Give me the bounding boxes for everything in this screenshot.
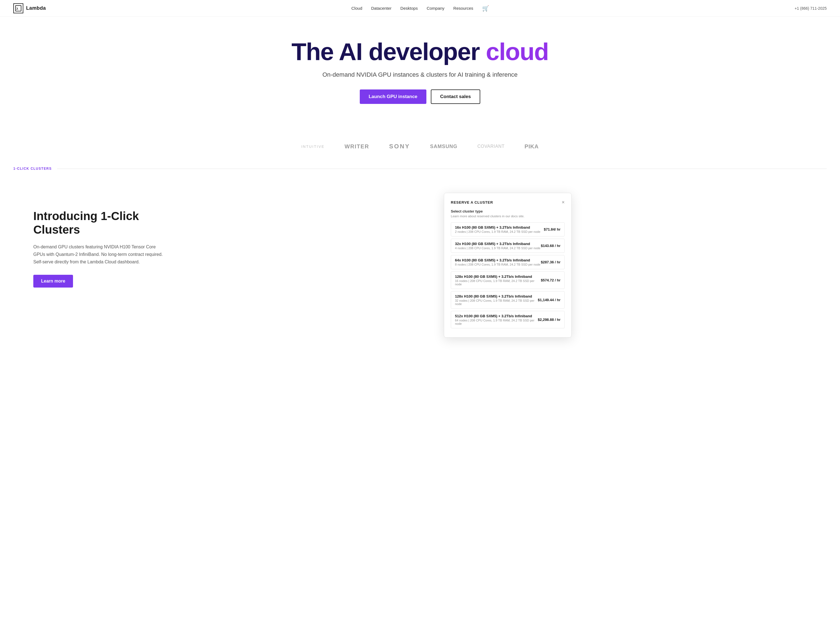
modal-title: RESERVE A CLUSTER [451,200,493,205]
cluster-specs-5: 64 nodes | 208 CPU Cores, 1.9 TB RAM, 24… [455,319,538,325]
hero-subtitle: On-demand NVIDIA GPU instances & cluster… [322,71,517,78]
hero-buttons: Launch GPU instance Contact sales [360,89,480,104]
nav-company[interactable]: Company [427,6,444,11]
clusters-content: Introducing 1-Click Clusters On-demand G… [33,193,166,287]
cluster-price-5: $2,298.88 / hr [538,318,561,322]
logo-sony: SONY [389,143,410,150]
hero-title-dark: The AI developer [292,38,480,65]
cluster-price-0: $71.84/ hr [544,227,561,231]
cluster-name-3: 128x H100 (80 GB SXM5) + 3.2Tb/s Infinib… [455,275,541,279]
launch-gpu-button[interactable]: Launch GPU instance [360,89,426,104]
section-divider: 1-CLICK CLUSTERS [0,167,840,170]
cluster-specs-0: 2 nodes | 208 CPU Cores, 1.9 TB RAM, 24.… [455,230,540,234]
cluster-price-2: $287.36 / hr [541,260,561,264]
cluster-row-4[interactable]: 128x H100 (80 GB SXM5) + 3.2Tb/s Infinib… [451,291,565,309]
cart-icon[interactable]: 🛒 [482,5,489,11]
cluster-row-2[interactable]: 64x H100 (80 GB SXM5) + 3.2Tb/s Infiniba… [451,255,565,269]
nav-links: Cloud Datacenter Desktops Company Resour… [352,5,489,12]
section-tag: 1-CLICK CLUSTERS [13,167,57,170]
cluster-specs-2: 8 nodes | 208 CPU Cores, 1.9 TB RAM, 24.… [455,263,540,266]
nav-desktops[interactable]: Desktops [400,6,418,11]
navbar: λ Lambda Cloud Datacenter Desktops Compa… [0,0,840,17]
modal-hint: Learn more about reserved clusters in ou… [451,215,565,218]
nav-cloud[interactable]: Cloud [352,6,362,11]
phone-number: +1 (866) 711-2025 [794,6,827,11]
cluster-price-1: $143.68 / hr [541,244,561,248]
learn-more-button[interactable]: Learn more [33,275,73,288]
cluster-specs-3: 16 nodes | 208 CPU Cores, 1.9 TB RAM, 24… [455,279,541,286]
hero-section: The AI developer cloud On-demand NVIDIA … [0,17,840,137]
section-line [57,168,827,169]
hero-title: The AI developer cloud [292,39,548,64]
cluster-price-3: $574.72 / hr [541,278,561,282]
logo-icon: λ [13,3,23,13]
modal-header: RESERVE A CLUSTER × [451,200,565,205]
cluster-row-5[interactable]: 512x H100 (80 GB SXM5) + 3.2Tb/s Infinib… [451,311,565,328]
cluster-name-1: 32x H100 (80 GB SXM5) + 3.2Tb/s Infiniba… [455,242,540,246]
reserve-cluster-modal: RESERVE A CLUSTER × Select cluster type … [444,193,572,337]
logo-intuitive: INTUITIVE [301,145,325,149]
clusters-title: Introducing 1-Click Clusters [33,210,166,237]
cluster-name-4: 128x H100 (80 GB SXM5) + 3.2Tb/s Infinib… [455,294,538,298]
clusters-visual: RESERVE A CLUSTER × Select cluster type … [189,193,827,337]
cluster-specs-4: 32 nodes | 208 CPU Cores, 1.9 TB RAM, 24… [455,299,538,305]
hero-title-purple: cloud [486,38,548,65]
logo-pika: Pika [525,143,539,150]
contact-sales-button[interactable]: Contact sales [431,89,480,104]
cluster-price-4: $1,149.44 / hr [538,298,561,302]
modal-close-button[interactable]: × [561,200,565,205]
cluster-name-5: 512x H100 (80 GB SXM5) + 3.2Tb/s Infinib… [455,314,538,318]
nav-resources[interactable]: Resources [453,6,473,11]
logo-writer: WRITER [344,143,369,150]
clusters-section: Introducing 1-Click Clusters On-demand G… [0,170,840,360]
cluster-row-3[interactable]: 128x H100 (80 GB SXM5) + 3.2Tb/s Infinib… [451,272,565,289]
cluster-row-0[interactable]: 16x H100 (80 GB SXM5) + 3.2Tb/s Infiniba… [451,222,565,237]
cluster-row-1[interactable]: 32x H100 (80 GB SXM5) + 3.2Tb/s Infiniba… [451,238,565,253]
logo-samsung: SAMSUNG [430,144,457,149]
clusters-description: On-demand GPU clusters featuring NVIDIA … [33,243,166,266]
logo[interactable]: λ Lambda [13,3,46,13]
cluster-specs-1: 4 nodes | 208 CPU Cores, 1.9 TB RAM, 24.… [455,246,540,250]
nav-datacenter[interactable]: Datacenter [371,6,391,11]
cluster-name-0: 16x H100 (80 GB SXM5) + 3.2Tb/s Infiniba… [455,225,540,229]
svg-text:λ: λ [16,6,18,11]
logo-covariant: covariant [477,144,505,149]
cluster-name-2: 64x H100 (80 GB SXM5) + 3.2Tb/s Infiniba… [455,258,540,262]
logo-text: Lambda [26,5,46,11]
modal-subtitle: Select cluster type [451,209,565,213]
logos-section: INTUITIVE WRITER SONY SAMSUNG covariant … [0,137,840,161]
